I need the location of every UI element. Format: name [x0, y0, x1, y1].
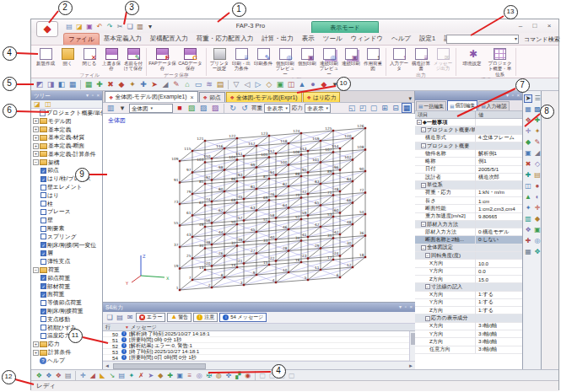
tree-item[interactable]: 剛要素 — [31, 224, 102, 233]
ribbon-button[interactable]: 連続印刷プレビュー — [318, 46, 340, 77]
property-row[interactable]: Y方向3:i軸/j軸 — [415, 330, 522, 338]
tree-folder-icon-1[interactable]: ◪ — [33, 99, 41, 109]
collapse-icon[interactable]: − — [425, 253, 430, 258]
property-tab-1[interactable]: ▤一括編集 — [416, 101, 446, 110]
command-search-input[interactable]: ▾ — [446, 35, 519, 44]
display-icon-6[interactable]: ↻ — [228, 103, 238, 113]
toolbar-icon-13[interactable]: ◢ — [160, 79, 170, 89]
toolbar-icon-7[interactable]: ✚ — [94, 79, 105, 89]
zoom-icon-1[interactable]: ◱ — [347, 103, 357, 113]
snap-toolbar-icon-22[interactable]: ▞ — [234, 371, 243, 380]
edit-tool-icon-17[interactable]: ◫ — [524, 182, 532, 191]
toolbar-icon-16[interactable]: ▭ — [193, 79, 203, 89]
collapse-icon[interactable]: − — [425, 284, 430, 289]
ribbon-button[interactable]: 上書き保存 — [100, 46, 122, 72]
tree-expander[interactable]: + — [33, 143, 39, 149]
snap-toolbar-icon-7[interactable]: ◢ — [89, 371, 98, 380]
zoom-icon-5[interactable]: ⊟ — [391, 103, 401, 113]
minimize-button[interactable]: – — [515, 22, 526, 31]
display-icon-3[interactable]: ▨ — [198, 103, 208, 113]
property-row[interactable]: 部材入力方法0:構造モデル — [415, 228, 522, 236]
visibility-checkbox[interactable] — [40, 325, 46, 330]
tree-item[interactable]: +計算条件 — [31, 348, 102, 357]
snap-toolbar-icon-16[interactable]: ▣ — [175, 371, 185, 380]
property-row[interactable]: Z方向15.0 — [415, 276, 522, 283]
snap-toolbar-icon-2[interactable]: ❖ — [45, 371, 54, 380]
ribbon-button[interactable]: 入力データ — [388, 46, 410, 72]
property-tab-2[interactable]: ▤個別編集 — [447, 100, 477, 110]
visibility-checkbox[interactable] — [40, 185, 46, 191]
filter-err-button[interactable]: ✖エラー — [136, 313, 165, 322]
snap-toolbar-icon-14[interactable]: ◆ — [156, 371, 165, 380]
toolbar-icon-17[interactable]: ≋ — [204, 79, 214, 89]
edit-tool-icon-29[interactable]: ▦ — [524, 248, 532, 256]
tree-item[interactable]: ✓剛床/剛接/同一変位 — [31, 241, 102, 250]
property-row[interactable]: 断面性能1:cm2,cm3,cm4 — [415, 205, 522, 212]
view-icon-1[interactable]: ▥ — [105, 103, 116, 113]
collapse-icon[interactable]: − — [421, 127, 426, 132]
snap-toolbar-icon-10[interactable]: ▤ — [117, 371, 127, 380]
tree-item[interactable]: 温度応力 — [31, 332, 102, 341]
visibility-checkbox[interactable]: ✓ — [40, 242, 46, 248]
message-row[interactable]: 54i[所要時間]:0日 0時間 0分 1秒 — [103, 355, 409, 361]
ribbon-tab-1[interactable]: ファイル — [63, 33, 100, 45]
toolbar-icon-12[interactable]: ➤ — [149, 79, 159, 89]
view-icon-2[interactable]: ▾ — [117, 103, 127, 113]
tab-overflow-icon[interactable]: ▾ — [408, 95, 412, 102]
property-row[interactable]: −応力の表示成分 — [415, 314, 522, 322]
undo-icon[interactable]: ↶ — [95, 22, 104, 31]
tree-item[interactable]: 初期ひずみ — [31, 324, 102, 332]
tree-item[interactable]: +基本定義-断面 — [31, 142, 102, 150]
toolbar-icon-15[interactable]: ⌂ — [182, 79, 192, 89]
tree-item[interactable]: 支点移動 — [31, 315, 102, 324]
structure-wireframe[interactable]: 1234567891011121314151617181920212223242… — [103, 114, 415, 302]
tree-item[interactable]: 等価節点荷重 — [31, 298, 102, 307]
property-row[interactable]: X方向3:i軸/j軸 — [415, 323, 522, 330]
property-row[interactable]: Z方向3:i軸/j軸 — [415, 338, 522, 346]
edit-tool-icon-3[interactable]: ▦ — [524, 105, 532, 114]
scrollbar-thumb[interactable] — [113, 363, 206, 369]
tree-expander[interactable]: + — [33, 350, 39, 356]
message-vertical-scrollbar[interactable] — [409, 331, 415, 361]
visibility-checkbox[interactable]: ✓ — [40, 176, 46, 182]
toolbar-icon-11[interactable]: ✚ — [138, 79, 148, 89]
property-row[interactable]: −単位系 — [415, 181, 522, 189]
toolbar-icon-25[interactable]: ◫ — [286, 79, 296, 89]
maximize-button[interactable]: □ — [529, 22, 541, 31]
toolbar-icon-9[interactable]: ◆ — [116, 79, 127, 89]
edit-tool-icon-9[interactable]: ◆ — [524, 138, 532, 147]
property-row[interactable]: 日付2005/5/1 — [415, 166, 522, 174]
property-row[interactable]: Y方向0.0 — [415, 268, 522, 276]
toolbar-icon-20[interactable]: ▽ — [231, 79, 241, 89]
property-row[interactable]: −◆一般事項 — [415, 119, 522, 126]
display-icon-7[interactable]: ↺ — [240, 103, 250, 113]
document-tab[interactable]: ❖全体図-モデル図(Expr1) — [226, 92, 302, 102]
property-row[interactable]: 物件名称解析例1 — [415, 150, 522, 158]
snap-toolbar-icon-1[interactable]: ❖ — [35, 371, 44, 380]
visibility-checkbox[interactable] — [40, 226, 46, 232]
snap-toolbar-icon-4[interactable]: ▤ — [64, 371, 73, 380]
visibility-checkbox[interactable] — [40, 300, 46, 306]
tree-item[interactable]: +基本定義-材質 — [31, 133, 102, 142]
property-tab-3[interactable]: ▤入力確認 — [478, 101, 509, 110]
ribbon-tab-2[interactable]: 基本定義入力 — [100, 33, 146, 45]
snap-toolbar-icon-18[interactable]: ◎ — [195, 371, 204, 380]
tree-item[interactable]: ✓層 — [31, 250, 102, 258]
edit-tool-icon-13[interactable]: ✖ — [524, 160, 532, 169]
display-icon-1[interactable]: ■ — [175, 103, 185, 113]
ribbon-button[interactable]: 環境設定 — [458, 46, 486, 66]
view-select-dropdown[interactable]: 全体図▾ — [129, 104, 173, 113]
edit-tool-icon-16[interactable]: ▤ — [533, 171, 542, 180]
ribbon-button[interactable]: 閉じる — [78, 46, 100, 66]
filter-warn-button[interactable]: ▲警告 — [167, 313, 191, 322]
edit-tool-icon-1[interactable]: ➤ — [524, 94, 532, 103]
panel-buttons[interactable]: ▾ ▫ × — [86, 91, 100, 100]
ribbon-tab-7[interactable]: ツール — [319, 33, 347, 45]
message-tool-icon-3[interactable]: ✉ — [126, 313, 134, 322]
toolbar-icon-1[interactable]: ◩ — [35, 79, 45, 89]
property-row[interactable]: 断面名称と2軸...0:しない — [415, 236, 522, 244]
edit-tool-icon-2[interactable]: ☰ — [533, 94, 542, 103]
visibility-checkbox[interactable] — [40, 201, 46, 207]
toolbar-icon-21[interactable]: ◁ — [242, 79, 252, 89]
edit-tool-icon-19[interactable]: ▲ — [524, 193, 532, 201]
